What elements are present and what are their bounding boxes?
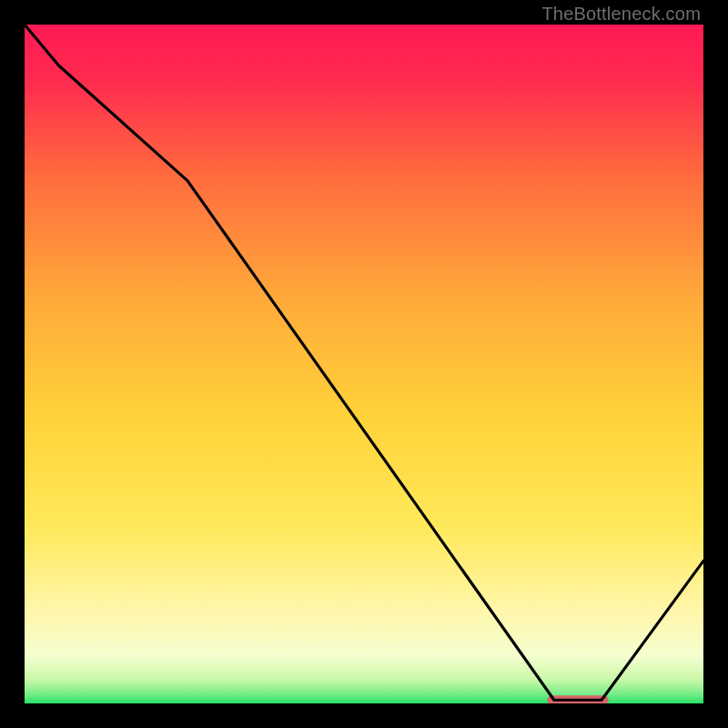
attribution-label: TheBottleneck.com [541, 4, 701, 25]
bottleneck-chart [25, 25, 703, 703]
chart-frame [25, 25, 703, 703]
